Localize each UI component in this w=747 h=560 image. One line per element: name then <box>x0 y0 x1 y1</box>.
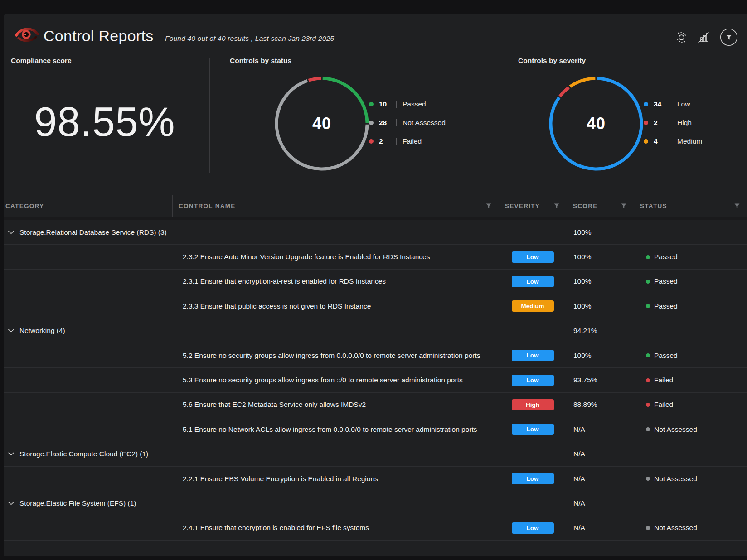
control-name: 5.3 Ensure no security groups allow ingr… <box>172 376 499 384</box>
app-panel: Control Reports Found 40 out of 40 resul… <box>4 14 747 556</box>
legend-label: Medium <box>677 137 702 145</box>
legend-count: 4 <box>654 137 671 145</box>
control-row[interactable]: 2.3.2 Ensure Auto Minor Version Upgrade … <box>4 245 747 269</box>
severity-badge: Low <box>512 522 554 534</box>
legend-separator <box>396 119 397 126</box>
status-label: Failed <box>654 401 673 409</box>
category-group-label: Storage.Elastic File System (EFS) (1) <box>19 499 136 507</box>
legend-label: Passed <box>403 100 426 108</box>
control-row[interactable]: 5.3 Ensure no security groups allow ingr… <box>4 368 747 392</box>
status-cell: Passed <box>634 302 747 310</box>
control-row[interactable]: 2.3.3 Ensure that public access is not g… <box>4 294 747 319</box>
severity-badge: Low <box>512 276 554 287</box>
legend-separator <box>671 138 671 145</box>
category-group-row[interactable]: Storage.Relational Database Service (RDS… <box>4 220 747 245</box>
status-dot <box>646 304 650 308</box>
control-row[interactable]: 5.2 Ensure no security groups allow ingr… <box>4 343 747 368</box>
status-label: Not Assessed <box>654 524 697 532</box>
control-row[interactable]: 2.2.1 Ensure EBS Volume Encryption is En… <box>4 467 747 491</box>
legend-separator <box>671 119 671 126</box>
legend-dot <box>644 139 648 144</box>
status-label: Passed <box>654 302 678 310</box>
chevron-down-icon[interactable] <box>8 231 14 234</box>
chevron-down-icon[interactable] <box>8 329 14 333</box>
legend-item: 28Not Assessed <box>369 117 446 128</box>
filter-funnel-icon[interactable] <box>486 203 491 208</box>
category-group-row[interactable]: Storage.Elastic Compute Cloud (EC2) (1)N… <box>4 442 747 467</box>
severity-badge: Low <box>512 424 554 435</box>
severity-badge: Low <box>512 251 554 263</box>
refresh-icon[interactable] <box>675 31 688 43</box>
control-name: 2.4.1 Ensure that encryption is enabled … <box>172 524 499 532</box>
status-label: Passed <box>654 277 678 285</box>
legend-count: 34 <box>654 100 671 108</box>
status-label: Passed <box>654 253 678 261</box>
column-label: SCORE <box>573 203 598 209</box>
status-dot <box>646 353 650 357</box>
filter-icon[interactable] <box>720 28 738 46</box>
header-toolbar <box>675 28 738 46</box>
legend-label: Failed <box>403 137 422 145</box>
control-name: 2.2.1 Ensure EBS Volume Encryption is En… <box>172 475 499 483</box>
status-dot <box>646 526 650 530</box>
legend-dot <box>369 121 374 125</box>
legend-item: 34Low <box>644 99 702 110</box>
score-value: 100% <box>567 277 634 285</box>
legend-count: 2 <box>654 119 671 127</box>
severity-badge: Low <box>512 350 554 361</box>
status-label: Not Assessed <box>654 475 697 483</box>
filter-funnel-icon[interactable] <box>554 203 559 208</box>
controls-table: CATEGORY CONTROL NAME SEVERITY SCORE STA… <box>4 195 747 541</box>
control-name: 5.2 Ensure no security groups allow ingr… <box>172 352 499 360</box>
severity-donut-total: 40 <box>546 74 646 174</box>
score-value: 100% <box>567 302 634 310</box>
category-group-label: Networking (4) <box>19 327 65 335</box>
table-body: Storage.Relational Database Service (RDS… <box>4 220 747 541</box>
legend-label: High <box>677 119 692 127</box>
category-group-label: Storage.Relational Database Service (RDS… <box>19 228 167 237</box>
score-value: 100% <box>567 228 634 237</box>
legend-separator <box>396 138 397 145</box>
control-name: 2.3.2 Ensure Auto Minor Version Upgrade … <box>172 253 499 261</box>
legend-label: Low <box>677 100 690 108</box>
control-name: 2.3.1 Ensure that encryption-at-rest is … <box>172 277 499 285</box>
status-cell: Passed <box>634 352 747 360</box>
score-value: 88.89% <box>567 401 634 409</box>
legend-separator <box>671 101 671 108</box>
column-header-score: SCORE <box>567 195 634 217</box>
controls-by-severity-label: Controls by severity <box>518 57 586 65</box>
status-cell: Passed <box>634 277 747 285</box>
score-value: N/A <box>567 524 634 532</box>
legend-separator <box>396 101 397 108</box>
chevron-down-icon[interactable] <box>8 452 14 456</box>
chart-toggle-icon[interactable] <box>698 32 710 43</box>
control-row[interactable]: 2.4.1 Ensure that encryption is enabled … <box>4 516 747 541</box>
status-dot <box>646 255 650 259</box>
control-row[interactable]: 5.6 Ensure that EC2 Metadata Service onl… <box>4 393 747 417</box>
severity-badge: High <box>512 399 554 410</box>
column-header-control-name: CONTROL NAME <box>172 195 499 217</box>
control-row[interactable]: 5.1 Ensure no Network ACLs allow ingress… <box>4 417 747 442</box>
legend-item: 2High <box>644 117 702 128</box>
category-group-row[interactable]: Storage.Elastic File System (EFS) (1)N/A <box>4 491 747 516</box>
filter-funnel-icon[interactable] <box>734 203 740 208</box>
status-donut-chart: 40 <box>272 74 372 174</box>
score-value: N/A <box>567 475 634 483</box>
severity-donut-chart: 40 <box>546 74 646 174</box>
legend-dot <box>644 102 648 106</box>
app-logo-eye-icon <box>15 24 39 45</box>
legend-item: 10Passed <box>369 99 446 110</box>
status-legend: 10Passed28Not Assessed2Failed <box>369 99 446 147</box>
control-name: 5.6 Ensure that EC2 Metadata Service onl… <box>172 401 499 409</box>
control-row[interactable]: 2.3.1 Ensure that encryption-at-rest is … <box>4 270 747 294</box>
legend-item: 4Medium <box>644 136 702 147</box>
category-group-row[interactable]: Networking (4)94.21% <box>4 319 747 343</box>
status-cell: Passed <box>634 253 747 261</box>
column-label: STATUS <box>640 203 667 209</box>
control-name: 5.1 Ensure no Network ACLs allow ingress… <box>172 425 499 434</box>
filter-funnel-icon[interactable] <box>621 203 626 208</box>
score-value: 94.21% <box>567 327 634 335</box>
score-value: N/A <box>567 425 634 434</box>
chevron-down-icon[interactable] <box>8 502 14 505</box>
severity-badge: Medium <box>512 300 554 312</box>
